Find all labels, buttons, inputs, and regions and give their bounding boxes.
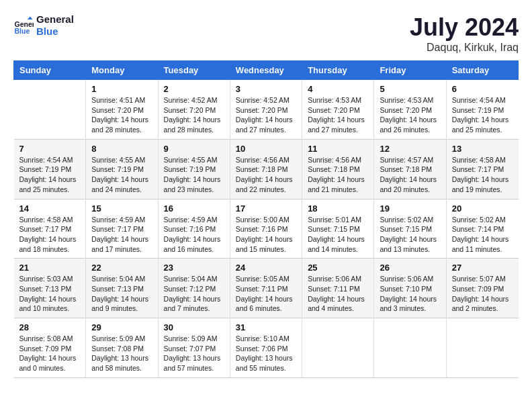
day-info: Sunrise: 4:56 AMSunset: 7:18 PMDaylight:… [308,155,368,195]
day-info: Sunrise: 5:04 AMSunset: 7:12 PMDaylight:… [164,274,224,314]
day-cell: 12Sunrise: 4:57 AMSunset: 7:18 PMDayligh… [374,139,446,199]
day-number: 30 [164,322,224,332]
title-block: July 2024 Daquq, Kirkuk, Iraq [410,13,519,54]
logo: General Blue General Blue [13,13,74,38]
day-info: Sunrise: 5:02 AMSunset: 7:15 PMDaylight:… [380,215,440,255]
day-cell [302,318,374,378]
day-number: 6 [452,84,513,94]
day-cell: 18Sunrise: 5:01 AMSunset: 7:15 PMDayligh… [302,199,374,259]
day-info: Sunrise: 4:58 AMSunset: 7:17 PMDaylight:… [19,215,81,255]
col-header-saturday: Saturday [446,61,518,80]
day-cell: 5Sunrise: 4:53 AMSunset: 7:20 PMDaylight… [374,80,446,140]
day-cell: 20Sunrise: 5:02 AMSunset: 7:14 PMDayligh… [446,199,518,259]
day-info: Sunrise: 5:08 AMSunset: 7:09 PMDaylight:… [19,334,81,373]
day-info: Sunrise: 4:59 AMSunset: 7:17 PMDaylight:… [91,215,152,255]
day-number: 3 [236,84,296,94]
day-number: 1 [91,84,152,94]
day-number: 31 [236,322,296,332]
day-cell: 2Sunrise: 4:52 AMSunset: 7:20 PMDaylight… [158,80,230,140]
logo-icon: General Blue [13,15,34,36]
day-cell: 23Sunrise: 5:04 AMSunset: 7:12 PMDayligh… [158,259,230,318]
day-info: Sunrise: 5:09 AMSunset: 7:08 PMDaylight:… [91,334,152,373]
month-title: July 2024 [410,13,519,42]
day-cell: 28Sunrise: 5:08 AMSunset: 7:09 PMDayligh… [14,318,86,378]
day-cell: 26Sunrise: 5:06 AMSunset: 7:10 PMDayligh… [374,259,446,318]
page-header: General Blue General Blue July 2024 Daqu… [13,13,519,54]
day-number: 26 [380,263,440,273]
day-info: Sunrise: 5:06 AMSunset: 7:10 PMDaylight:… [380,274,440,314]
day-number: 15 [91,203,152,214]
day-info: Sunrise: 5:10 AMSunset: 7:06 PMDaylight:… [236,334,296,373]
col-header-sunday: Sunday [14,61,86,80]
day-info: Sunrise: 4:56 AMSunset: 7:18 PMDaylight:… [236,155,296,195]
day-cell: 9Sunrise: 4:55 AMSunset: 7:19 PMDaylight… [158,139,230,199]
day-number: 11 [308,144,368,154]
logo-line2: Blue [36,26,74,38]
day-info: Sunrise: 4:53 AMSunset: 7:20 PMDaylight:… [308,95,368,135]
day-cell: 17Sunrise: 5:00 AMSunset: 7:16 PMDayligh… [230,199,302,259]
day-number: 2 [164,84,224,94]
day-cell: 16Sunrise: 4:59 AMSunset: 7:16 PMDayligh… [158,199,230,259]
col-header-wednesday: Wednesday [230,61,302,80]
day-info: Sunrise: 5:00 AMSunset: 7:16 PMDaylight:… [236,215,296,255]
day-cell: 7Sunrise: 4:54 AMSunset: 7:19 PMDaylight… [14,139,86,199]
day-cell: 8Sunrise: 4:55 AMSunset: 7:19 PMDaylight… [86,139,158,199]
day-number: 28 [19,322,81,332]
day-cell: 1Sunrise: 4:51 AMSunset: 7:20 PMDaylight… [86,80,158,140]
day-cell: 30Sunrise: 5:09 AMSunset: 7:07 PMDayligh… [158,318,230,378]
day-info: Sunrise: 4:57 AMSunset: 7:18 PMDaylight:… [380,155,440,195]
week-row-3: 14Sunrise: 4:58 AMSunset: 7:17 PMDayligh… [14,199,519,259]
day-info: Sunrise: 4:54 AMSunset: 7:19 PMDaylight:… [452,95,513,135]
day-cell: 31Sunrise: 5:10 AMSunset: 7:06 PMDayligh… [230,318,302,378]
col-header-tuesday: Tuesday [158,61,230,80]
day-number: 16 [164,203,224,214]
day-info: Sunrise: 4:59 AMSunset: 7:16 PMDaylight:… [164,215,224,255]
day-number: 7 [19,144,81,154]
day-cell: 25Sunrise: 5:06 AMSunset: 7:11 PMDayligh… [302,259,374,318]
day-cell: 3Sunrise: 4:52 AMSunset: 7:20 PMDaylight… [230,80,302,140]
day-number: 9 [164,144,224,154]
day-number: 8 [91,144,152,154]
day-info: Sunrise: 5:02 AMSunset: 7:14 PMDaylight:… [452,215,513,255]
day-info: Sunrise: 4:55 AMSunset: 7:19 PMDaylight:… [164,155,224,195]
day-number: 14 [19,203,81,214]
day-cell [14,80,86,140]
day-number: 23 [164,263,224,273]
calendar-table: SundayMondayTuesdayWednesdayThursdayFrid… [13,60,519,378]
day-info: Sunrise: 4:58 AMSunset: 7:17 PMDaylight:… [452,155,513,195]
day-number: 17 [236,203,296,214]
day-cell: 13Sunrise: 4:58 AMSunset: 7:17 PMDayligh… [446,139,518,199]
day-cell: 6Sunrise: 4:54 AMSunset: 7:19 PMDaylight… [446,80,518,140]
day-info: Sunrise: 5:04 AMSunset: 7:13 PMDaylight:… [91,274,152,314]
day-cell: 15Sunrise: 4:59 AMSunset: 7:17 PMDayligh… [86,199,158,259]
day-info: Sunrise: 5:03 AMSunset: 7:13 PMDaylight:… [19,274,81,314]
day-info: Sunrise: 4:52 AMSunset: 7:20 PMDaylight:… [236,95,296,135]
day-number: 29 [91,322,152,332]
col-header-thursday: Thursday [302,61,374,80]
day-cell [374,318,446,378]
week-row-4: 21Sunrise: 5:03 AMSunset: 7:13 PMDayligh… [14,259,519,318]
day-cell: 29Sunrise: 5:09 AMSunset: 7:08 PMDayligh… [86,318,158,378]
svg-text:Blue: Blue [15,27,30,35]
day-number: 22 [91,263,152,273]
day-number: 20 [452,203,513,214]
day-cell: 10Sunrise: 4:56 AMSunset: 7:18 PMDayligh… [230,139,302,199]
day-cell: 14Sunrise: 4:58 AMSunset: 7:17 PMDayligh… [14,199,86,259]
day-cell [446,318,518,378]
day-info: Sunrise: 5:01 AMSunset: 7:15 PMDaylight:… [308,215,368,255]
day-number: 25 [308,263,368,273]
svg-marker-2 [28,17,33,20]
day-cell: 27Sunrise: 5:07 AMSunset: 7:09 PMDayligh… [446,259,518,318]
week-row-5: 28Sunrise: 5:08 AMSunset: 7:09 PMDayligh… [14,318,519,378]
day-cell: 21Sunrise: 5:03 AMSunset: 7:13 PMDayligh… [14,259,86,318]
day-number: 24 [236,263,296,273]
day-cell: 4Sunrise: 4:53 AMSunset: 7:20 PMDaylight… [302,80,374,140]
day-cell: 19Sunrise: 5:02 AMSunset: 7:15 PMDayligh… [374,199,446,259]
day-info: Sunrise: 5:07 AMSunset: 7:09 PMDaylight:… [452,274,513,314]
day-info: Sunrise: 4:52 AMSunset: 7:20 PMDaylight:… [164,95,224,135]
day-number: 10 [236,144,296,154]
logo-line1: General [36,13,74,26]
day-info: Sunrise: 5:06 AMSunset: 7:11 PMDaylight:… [308,274,368,314]
day-number: 18 [308,203,368,214]
day-number: 19 [380,203,440,214]
